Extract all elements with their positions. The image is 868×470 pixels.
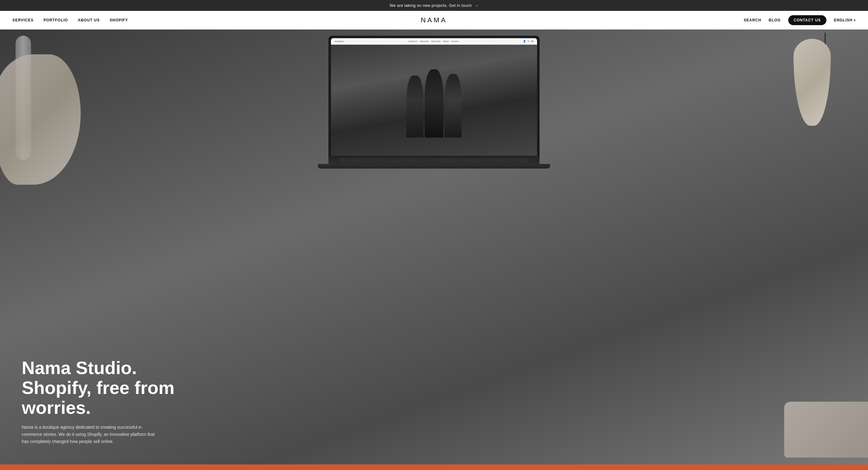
nav-link-services[interactable]: SERVICES bbox=[12, 18, 34, 22]
screen-nav-link-3: Archive Sales bbox=[431, 40, 441, 42]
chevron-down-icon: ▾ bbox=[854, 19, 856, 22]
screen-content: endelea Coming soon Home Decor Archive S… bbox=[331, 38, 537, 156]
laptop-keyboard bbox=[329, 156, 539, 164]
laptop-mockup: endelea Coming soon Home Decor Archive S… bbox=[329, 36, 539, 168]
nav-link-portfolio[interactable]: PORTFOLIO bbox=[43, 18, 68, 22]
screen-nav-link-2: Home Decor bbox=[420, 40, 429, 42]
contact-us-button[interactable]: CONTACT US bbox=[788, 15, 827, 25]
screen-nav-links: Coming soon Home Decor Archive Sales Pro… bbox=[408, 40, 459, 42]
screen-nav-link-1: Coming soon bbox=[408, 40, 417, 42]
screen-nav-link-5: Our stores bbox=[452, 40, 459, 42]
hero-headline-line2: Shopify, free from worries. bbox=[22, 377, 175, 417]
announcement-text: We are taking on new projects. Get in to… bbox=[390, 3, 472, 8]
nav-link-shopify[interactable]: SHOPIFY bbox=[110, 18, 128, 22]
screen-nav-link-4: Projects bbox=[443, 40, 449, 42]
hero-headline: Nama Studio. Shopify, free from worries. bbox=[22, 358, 208, 417]
fashion-figure-3 bbox=[444, 74, 462, 137]
site-logo[interactable]: NAMA bbox=[421, 16, 447, 24]
fashion-figures bbox=[406, 63, 462, 137]
announcement-arrow: → bbox=[474, 3, 478, 8]
orange-accent-bar bbox=[0, 464, 868, 470]
screen-cart-icon: 🛍 bbox=[531, 40, 533, 42]
nav-left: SERVICES PORTFOLIO ABOUT US SHOPIFY bbox=[12, 18, 128, 22]
nav-right: SEARCH BLOG CONTACT US ENGLISH ▾ bbox=[744, 15, 856, 25]
language-label: ENGLISH bbox=[834, 18, 852, 22]
language-selector[interactable]: ENGLISH ▾ bbox=[834, 18, 856, 22]
nav-link-search[interactable]: SEARCH bbox=[744, 18, 761, 22]
screen-nav-icons: 👤 🔍 🛍 bbox=[523, 40, 533, 42]
nav-link-blog[interactable]: BLOG bbox=[769, 18, 781, 22]
hero-decor-right bbox=[744, 30, 868, 470]
hero-text-block: Nama Studio. Shopify, free from worries.… bbox=[22, 358, 208, 445]
nav-link-about[interactable]: ABOUT US bbox=[78, 18, 100, 22]
hero-headline-line1: Nama Studio. bbox=[22, 357, 137, 378]
keyboard-keys bbox=[339, 158, 529, 162]
screen-nav-logo: endelea bbox=[335, 40, 344, 42]
screen-nav: endelea Coming soon Home Decor Archive S… bbox=[331, 38, 537, 45]
screen-search-icon: 🔍 bbox=[527, 40, 530, 42]
fashion-figure-1 bbox=[406, 75, 424, 137]
abstract-sculpture bbox=[0, 54, 81, 185]
navbar: SERVICES PORTFOLIO ABOUT US SHOPIFY NAMA… bbox=[0, 11, 868, 30]
hero-subtext: Nama is a boutique agency dedicated to c… bbox=[22, 424, 155, 445]
laptop-screen: endelea Coming soon Home Decor Archive S… bbox=[331, 38, 537, 156]
announcement-bar: We are taking on new projects. Get in to… bbox=[0, 0, 868, 11]
fashion-figure-2 bbox=[425, 69, 443, 137]
screen-fashion-image bbox=[331, 45, 537, 156]
vase-decoration bbox=[794, 39, 831, 126]
screen-user-icon: 👤 bbox=[523, 40, 526, 42]
laptop-screen-frame: endelea Coming soon Home Decor Archive S… bbox=[329, 36, 539, 156]
hero-section: endelea Coming soon Home Decor Archive S… bbox=[0, 30, 868, 470]
laptop-base bbox=[318, 164, 550, 168]
sofa-decoration bbox=[784, 402, 868, 458]
